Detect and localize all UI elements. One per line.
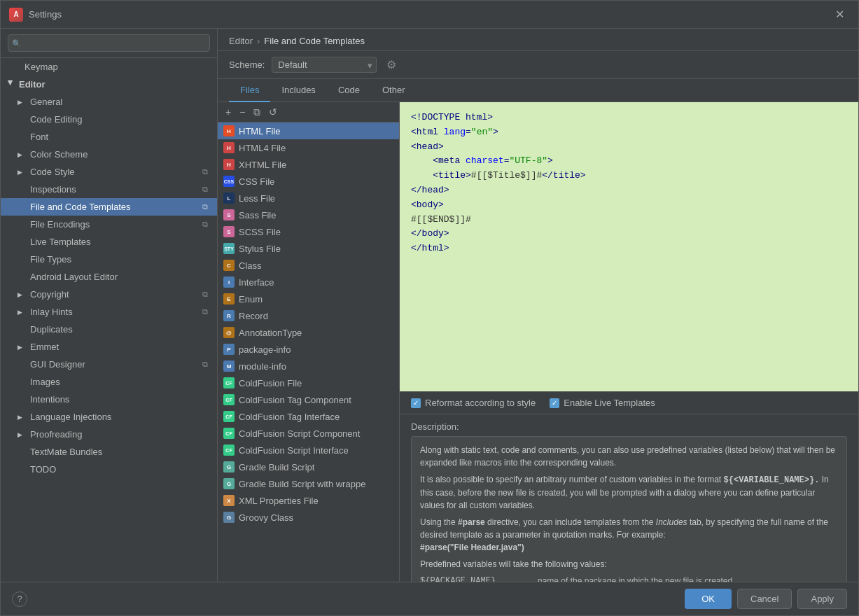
file-item-gradle-build-script[interactable]: G Gradle Build Script — [218, 458, 399, 475]
file-item-gradle-build-script-wrapper[interactable]: G Gradle Build Script with wrappe — [218, 475, 399, 492]
sidebar-item-label: TextMate Bundles — [30, 447, 102, 457]
sidebar-item-code-editing[interactable]: Code Editing — [1, 111, 217, 128]
file-item-interface[interactable]: I Interface — [218, 274, 399, 290]
arrow-icon: ▶ — [18, 291, 26, 298]
arrow-icon: ▶ — [18, 151, 26, 158]
file-item-html-file[interactable]: H HTML File — [218, 122, 399, 139]
sidebar-item-code-style[interactable]: ▶ Code Style ⧉ — [1, 163, 217, 181]
sidebar-item-android-layout-editor[interactable]: Android Layout Editor — [1, 268, 217, 286]
copy-icon: ⧉ — [200, 290, 210, 300]
sidebar-item-images[interactable]: Images — [1, 373, 217, 391]
tab-files[interactable]: Files — [229, 79, 270, 102]
live-templates-checkbox[interactable]: ✓ Enable Live Templates — [550, 398, 655, 408]
scss-file-icon: S — [223, 226, 235, 237]
file-item-label: Sass File — [239, 210, 276, 220]
main-content: Keymap ▶ Editor ▶ General Code Editing — [1, 29, 858, 582]
code-area[interactable]: <!DOCTYPE html> <html lang="en"> <head> … — [400, 102, 858, 391]
scheme-select[interactable]: Default Project — [272, 57, 377, 73]
file-item-label: XHTML File — [239, 160, 286, 170]
apply-button[interactable]: Apply — [797, 589, 847, 609]
code-footer: ✓ Reformat according to style ✓ Enable L… — [400, 391, 858, 414]
sidebar-item-gui-designer[interactable]: GUI Designer ⧉ — [1, 356, 217, 373]
sidebar-item-editor[interactable]: ▶ Editor — [1, 76, 217, 93]
file-item-html4-file[interactable]: H HTML4 File — [218, 139, 399, 156]
description-panel: Description: Along with static text, cod… — [400, 414, 858, 582]
code-line-5: <title>#[[$Title$]]#</title> — [411, 169, 847, 183]
file-item-coldfusion-tag-component[interactable]: CF ColdFusion Tag Component — [218, 391, 399, 408]
sidebar-item-todo[interactable]: TODO — [1, 461, 217, 478]
package-info-icon: P — [223, 344, 235, 355]
add-template-button[interactable]: + — [222, 105, 235, 119]
sidebar-item-inlay-hints[interactable]: ▶ Inlay Hints ⧉ — [1, 303, 217, 321]
coldfusion-file-icon: CF — [223, 377, 235, 388]
sidebar-item-copyright[interactable]: ▶ Copyright ⧉ — [1, 286, 217, 303]
sidebar-item-proofreading[interactable]: ▶ Proofreading — [1, 426, 217, 443]
close-button[interactable]: ✕ — [830, 6, 850, 23]
sidebar-item-duplicates[interactable]: Duplicates — [1, 321, 217, 338]
titlebar: A Settings ✕ — [1, 1, 858, 29]
remove-template-button[interactable]: − — [236, 105, 249, 119]
file-item-annotation-type[interactable]: @ AnnotationType — [218, 324, 399, 341]
tab-includes[interactable]: Includes — [270, 79, 326, 102]
file-item-xhtml-file[interactable]: H XHTML File — [218, 156, 399, 173]
sidebar-item-inspections[interactable]: Inspections ⧉ — [1, 181, 217, 198]
file-item-coldfusion-tag-interface[interactable]: CF ColdFusion Tag Interface — [218, 408, 399, 425]
sidebar-item-label: Keymap — [25, 62, 58, 72]
sass-file-icon: S — [223, 209, 235, 220]
sidebar-item-live-templates[interactable]: Live Templates — [1, 233, 217, 251]
file-item-label: Less File — [239, 193, 275, 204]
description-text1: Along with static text, code and comment… — [420, 444, 838, 469]
settings-window: A Settings ✕ Keymap ▶ Editor — [0, 0, 859, 616]
sidebar-item-file-encodings[interactable]: File Encodings ⧉ — [1, 216, 217, 233]
search-input[interactable] — [8, 34, 210, 52]
file-item-coldfusion-script-interface[interactable]: CF ColdFusion Script Interface — [218, 442, 399, 458]
reset-template-button[interactable]: ↺ — [265, 105, 281, 119]
description-text3: Using the #parse directive, you can incl… — [420, 516, 838, 554]
arrow-icon: ▶ — [18, 414, 26, 421]
file-item-less-file[interactable]: L Less File — [218, 190, 399, 206]
file-item-coldfusion-script-component[interactable]: CF ColdFusion Script Component — [218, 425, 399, 442]
record-file-icon: R — [223, 310, 235, 321]
file-item-xml-properties-file[interactable]: X XML Properties File — [218, 492, 399, 509]
file-item-css-file[interactable]: CSS CSS File — [218, 173, 399, 190]
help-button[interactable]: ? — [12, 592, 27, 607]
breadcrumb-sep: › — [257, 36, 260, 46]
sidebar-item-file-and-code-templates[interactable]: File and Code Templates ⧉ — [1, 198, 217, 216]
bottom-bar: ? OK Cancel Apply — [1, 582, 858, 615]
tab-code[interactable]: Code — [327, 79, 371, 102]
ok-button[interactable]: OK — [685, 589, 732, 609]
scheme-gear-button[interactable]: ⚙ — [384, 57, 399, 73]
file-list: H HTML File H HTML4 File H XHTML File — [218, 122, 399, 582]
tab-other[interactable]: Other — [371, 79, 417, 102]
sidebar-item-general[interactable]: ▶ General — [1, 93, 217, 111]
sidebar-item-label: Font — [30, 132, 48, 142]
file-item-record[interactable]: R Record — [218, 307, 399, 324]
sidebar-item-label: Android Layout Editor — [30, 272, 118, 282]
file-item-coldfusion-file[interactable]: CF ColdFusion File — [218, 374, 399, 391]
sidebar-item-intentions[interactable]: Intentions — [1, 391, 217, 408]
sidebar-item-label: Duplicates — [30, 324, 73, 335]
sidebar-item-emmet[interactable]: ▶ Emmet — [1, 338, 217, 356]
file-item-package-info[interactable]: P package-info — [218, 341, 399, 358]
cancel-button[interactable]: Cancel — [737, 589, 792, 609]
sidebar-item-font[interactable]: Font — [1, 128, 217, 146]
sidebar-item-keymap[interactable]: Keymap — [1, 58, 217, 76]
copy-template-button[interactable]: ⧉ — [250, 105, 264, 119]
tabs-row: Files Includes Code Other — [218, 79, 858, 102]
sidebar-item-file-types[interactable]: File Types — [1, 251, 217, 268]
reformat-checkbox[interactable]: ✓ Reformat according to style — [411, 398, 536, 408]
file-item-scss-file[interactable]: S SCSS File — [218, 223, 399, 240]
sidebar-item-language-injections[interactable]: ▶ Language Injections — [1, 408, 217, 426]
enum-file-icon: E — [223, 293, 235, 304]
file-item-enum[interactable]: E Enum — [218, 290, 399, 307]
scheme-label: Scheme: — [229, 59, 265, 70]
file-item-label: package-info — [239, 344, 291, 355]
sidebar-item-textmate-bundles[interactable]: TextMate Bundles — [1, 443, 217, 461]
arrow-icon: ▶ — [18, 431, 26, 438]
file-item-module-info[interactable]: M module-info — [218, 358, 399, 374]
file-item-sass-file[interactable]: S Sass File — [218, 206, 399, 223]
sidebar-item-color-scheme[interactable]: ▶ Color Scheme — [1, 146, 217, 163]
file-item-stylus-file[interactable]: STY Stylus File — [218, 240, 399, 257]
file-item-groovy-class[interactable]: G Groovy Class — [218, 509, 399, 526]
file-item-class[interactable]: C Class — [218, 257, 399, 274]
